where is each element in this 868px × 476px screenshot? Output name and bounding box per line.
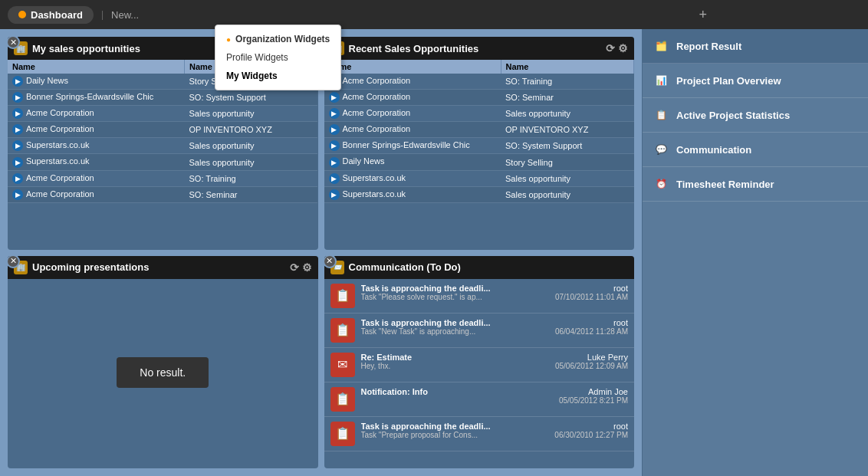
row-value: Sales opportunity: [501, 170, 633, 186]
dropdown-org-widgets[interactable]: Organization Widgets: [215, 30, 340, 48]
row-icon: ▶: [12, 173, 23, 184]
comm-item[interactable]: ✉ Re: Estimate Hey, thx. Luke Perry 05/0…: [324, 348, 635, 382]
comm-item-right: root 06/30/2010 12:27 PM: [554, 422, 628, 439]
table-row[interactable]: ▶Acme Corporation Sales opportunity: [324, 106, 634, 122]
clock-icon: ⏰: [652, 175, 670, 193]
recent-sales-header: 🏢 Recent Sales Opportunities ⟳ ⚙: [324, 37, 635, 60]
row-icon: ▶: [329, 140, 340, 151]
table-row[interactable]: ▶Acme Corporation OP INVENTORO XYZ: [8, 122, 317, 138]
new-button[interactable]: New...: [111, 9, 139, 21]
row-name: ▶Acme Corporation: [8, 170, 185, 186]
comm-item[interactable]: 📋 Task is approaching the deadli... Task…: [324, 417, 635, 451]
comm-item-body: Task is approaching the deadli... Task "…: [361, 284, 549, 301]
comm-item-sender: Admin Joe: [559, 387, 628, 396]
row-icon: ▶: [12, 189, 23, 200]
sidebar-item-clock[interactable]: ⏰ Timesheet Reminder: [643, 167, 868, 202]
recent-sales-settings[interactable]: ⚙: [618, 42, 628, 54]
table-row[interactable]: ▶Acme Corporation SO: Training: [324, 74, 634, 90]
row-icon: ▶: [329, 92, 340, 103]
table-row[interactable]: ▶Superstars.co.uk Sales opportunity: [8, 138, 317, 154]
row-value: SO: System Support: [185, 90, 317, 106]
comm-item-title: Task is approaching the deadli...: [361, 422, 549, 431]
table-row[interactable]: ▶Superstars.co.uk Sales opportunity: [8, 154, 317, 170]
report-icon: 🗂️: [652, 37, 670, 55]
table-row[interactable]: ▶Daily News Story Selling: [324, 154, 634, 170]
recent-sales-actions: ⟳ ⚙: [606, 42, 628, 54]
row-value: SO: Training: [185, 170, 317, 186]
dropdown-my-widgets[interactable]: My Widgets: [215, 67, 340, 85]
row-icon: ▶: [329, 157, 340, 168]
recent-sales-refresh[interactable]: ⟳: [606, 42, 615, 54]
sidebar-item-comm[interactable]: 💬 Communication: [643, 133, 868, 167]
table-row[interactable]: ▶Acme Corporation SO: Seminar: [324, 90, 634, 106]
sidebar-item-grid[interactable]: 📋 Active Project Statistics: [643, 98, 868, 133]
row-name: ▶Acme Corporation: [8, 186, 185, 202]
chart-icon: 📊: [652, 71, 670, 90]
table-row[interactable]: ▶Acme Corporation SO: Seminar: [8, 186, 317, 202]
comm-item-date: 06/04/2012 11:28 AM: [555, 327, 628, 336]
dropdown-profile-widgets[interactable]: Profile Widgets: [215, 48, 340, 67]
nav-dot: [18, 11, 26, 18]
my-sales-title: My sales opportunities: [32, 43, 140, 54]
upcoming-settings[interactable]: ⚙: [302, 261, 312, 274]
comm-item-right: Admin Joe 05/05/2012 8:21 PM: [559, 387, 628, 405]
comm-title: Communication (To Do): [349, 261, 461, 273]
right-sidebar: 🗂️ Report Result 📊 Project Plan Overview…: [642, 29, 868, 476]
comm-item-title: Notification: Info: [361, 387, 553, 396]
comm-header: 📨 Communication (To Do): [324, 256, 635, 279]
row-icon: ▶: [329, 124, 340, 135]
close-upcoming[interactable]: ✕: [8, 256, 20, 268]
table-row[interactable]: ▶Acme Corporation OP INVENTORO XYZ: [324, 122, 634, 138]
table-row[interactable]: ▶Bonner Springs-Edwardsville Chic SO: Sy…: [8, 90, 317, 106]
row-value: Sales opportunity: [185, 154, 317, 170]
comm-item-body: Notification: Info: [361, 387, 553, 396]
sidebar-item-report[interactable]: 🗂️ Report Result: [643, 29, 868, 64]
row-value: Sales opportunity: [185, 106, 317, 122]
recent-sales-title: Recent Sales Opportunities: [349, 43, 479, 54]
close-comm[interactable]: ✕: [324, 256, 337, 268]
recent-sales-panel: 🏢 Recent Sales Opportunities ⟳ ⚙ Name Na…: [324, 37, 635, 250]
row-name: ▶Bonner Springs-Edwardsville Chic: [8, 90, 185, 106]
row-name: ▶Acme Corporation: [8, 106, 185, 122]
comm-item-body: Re: Estimate Hey, thx.: [361, 353, 549, 370]
add-widget-button[interactable]: +: [699, 7, 707, 23]
comm-item-icon: 📋: [330, 284, 355, 308]
comm-item[interactable]: 📋 Task is approaching the deadli... Task…: [324, 279, 635, 314]
table-row[interactable]: ▶Superstars.co.uk Sales opportunity: [324, 170, 634, 186]
sidebar-item-label: Communication: [676, 144, 751, 156]
comm-item-right: Luke Perry 05/06/2012 12:09 AM: [555, 353, 628, 370]
comm-item[interactable]: 📋 Task is approaching the deadli... Task…: [324, 314, 635, 348]
row-name: ▶Superstars.co.uk: [8, 154, 185, 170]
sidebar-item-chart[interactable]: 📊 Project Plan Overview: [643, 64, 868, 98]
sidebar-item-label: Timesheet Reminder: [676, 179, 774, 190]
upcoming-no-result: No result.: [8, 279, 318, 468]
comm-item-title: Task is approaching the deadli...: [361, 284, 549, 293]
left-content: ✕ 🏢 My sales opportunities Name Name ▶Da…: [0, 29, 642, 476]
upcoming-panel: ✕ 🏢 Upcoming presentations ⟳ ⚙ No result…: [8, 256, 318, 469]
row-value: SO: Training: [501, 74, 633, 90]
comm-item-right: root 06/04/2012 11:28 AM: [555, 318, 628, 336]
row-value: OP INVENTORO XYZ: [185, 122, 317, 138]
row-icon: ▶: [12, 92, 23, 103]
upcoming-refresh[interactable]: ⟳: [290, 261, 299, 274]
comm-panel: ✕ 📨 Communication (To Do) 📋 Task is appr…: [324, 256, 635, 469]
comm-item-body: Task is approaching the deadli... Task "…: [361, 318, 549, 336]
comm-item-sender: root: [554, 422, 628, 431]
table-row[interactable]: ▶Acme Corporation SO: Training: [8, 170, 317, 186]
comm-item-icon: 📋: [330, 422, 355, 446]
table-row[interactable]: ▶Bonner Springs-Edwardsville Chic SO: Sy…: [324, 138, 634, 154]
comm-item-sub: Task "New Task" is approaching...: [361, 327, 549, 336]
comm-item-date: 05/06/2012 12:09 AM: [555, 362, 628, 370]
row-name: ▶Daily News: [324, 154, 501, 170]
sidebar-item-label: Active Project Statistics: [676, 110, 790, 121]
table-row[interactable]: ▶Acme Corporation Sales opportunity: [8, 106, 317, 122]
row-name: ▶Acme Corporation: [324, 106, 501, 122]
table-row[interactable]: ▶Superstars.co.uk Sales opportunity: [324, 186, 634, 202]
comm-item-icon: 📋: [330, 387, 355, 412]
upcoming-actions: ⟳ ⚙: [290, 261, 312, 274]
comm-item[interactable]: 📋 Notification: Info Admin Joe 05/05/201…: [324, 382, 635, 417]
comm-item-date: 05/05/2012 8:21 PM: [559, 396, 628, 405]
row-name: ▶Acme Corporation: [8, 122, 185, 138]
dashboard-tab[interactable]: Dashboard: [8, 6, 94, 24]
dashboard-label: Dashboard: [31, 9, 83, 21]
